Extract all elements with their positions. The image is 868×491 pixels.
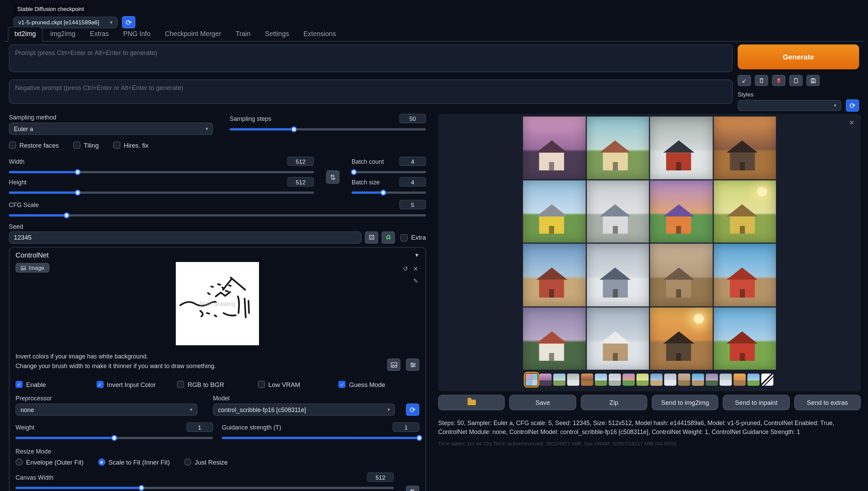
gallery-image-red-row-houses[interactable] [523,244,585,306]
thumbnail-sepia-old-town[interactable] [678,374,690,386]
hires-fix-checkbox[interactable]: Hires. fix [113,141,149,149]
thumbnail-scribble-map[interactable] [761,374,774,386]
thumbnail-yellow-house-meadow[interactable] [595,374,607,386]
send-to-extras-button[interactable]: Send to extras [794,395,861,410]
brush-icon[interactable]: ✎ [413,277,418,284]
thumbnail-village-pink-sky[interactable] [539,374,552,386]
rgb-to-bgr-checkbox[interactable]: RGB to BGR [177,381,258,388]
gallery-image-dark-sunset-house[interactable] [714,116,776,179]
prompt-input[interactable] [9,44,733,72]
tab-settings[interactable]: Settings [258,27,296,42]
gallery-image-cream-cottage-teal-sky[interactable] [587,116,649,179]
random-seed-button[interactable]: ⚄ [365,231,378,244]
model-refresh-button[interactable]: ⟳ [406,403,419,416]
negative-prompt-input[interactable] [9,79,733,104]
cfg-scale-value[interactable] [399,200,426,209]
tab-png-info[interactable]: PNG Info [117,27,157,42]
save-style-button[interactable] [807,75,820,86]
tab-extras[interactable]: Extras [83,27,116,42]
resize-envelope-radio[interactable]: Envelope (Outer Fit) [15,458,83,466]
gallery-image-golden-field-sun[interactable] [714,180,776,243]
gallery-image-gray-sketch-house[interactable] [587,180,649,243]
restore-faces-checkbox[interactable]: Restore faces [9,141,59,149]
guidance-strength-value[interactable] [393,422,420,432]
image-tab-chip[interactable]: Image [15,263,49,272]
apply-style-button[interactable] [789,75,802,86]
thumbnail-grid[interactable] [526,374,538,386]
gallery-image-yellow-house-meadow[interactable] [523,180,585,243]
thumbnail-bright-street[interactable] [692,374,704,386]
invert-input-color-checkbox[interactable]: Invert Input Color [96,381,177,388]
save-button[interactable]: Save [509,395,576,410]
thumbnail-golden-field-sun[interactable] [636,374,649,386]
gallery-close-icon[interactable]: × [849,118,854,126]
guidance-strength-slider[interactable] [222,434,420,441]
batch-count-slider[interactable] [352,168,426,175]
weight-value[interactable] [186,422,213,432]
thumbnail-red-cottage-field[interactable] [747,374,760,386]
zip-button[interactable]: Zip [580,395,647,410]
preprocessor-dropdown[interactable]: none ▾ [15,403,197,416]
checkpoint-dropdown[interactable]: v1-5-pruned.ckpt [e1441589a6] ▾ [13,16,118,28]
height-slider[interactable] [9,189,314,196]
tab-extensions[interactable]: Extensions [297,27,343,42]
tab-train[interactable]: Train [229,27,257,42]
batch-size-slider[interactable] [352,189,426,196]
thumbnail-cream-cottage-teal-sky[interactable] [553,374,566,386]
generate-button[interactable]: Generate [738,44,859,69]
low-vram-checkbox[interactable]: Low VRAM [258,381,338,388]
width-value[interactable] [287,157,314,166]
gallery-image-snowy-street[interactable] [587,244,649,306]
controlnet-accordion-header[interactable]: ControlNet ▼ [15,251,419,260]
gallery-image-purple-orange-house[interactable] [650,180,713,243]
width-slider[interactable] [9,168,314,175]
resize-just-resize-radio[interactable]: Just Resize [184,458,228,466]
guess-mode-checkbox[interactable]: Guess Mode [339,381,419,388]
height-value[interactable] [287,177,314,186]
batch-size-value[interactable] [399,177,426,186]
send-to-img2img-button[interactable]: Send to img2img [652,395,718,410]
swap-dimensions-button[interactable]: ⇅ [326,170,340,184]
thumbnail-red-row-houses[interactable] [650,374,662,386]
thumbnail-purple-orange-house[interactable] [623,374,635,386]
gallery-image-village-pink-sky[interactable] [523,116,585,179]
tiling-checkbox[interactable]: Tiling [73,141,98,149]
clear-prompt-button[interactable] [755,75,768,86]
open-folder-button[interactable] [438,395,505,410]
canvas-width-slider[interactable] [15,484,394,491]
styles-dropdown[interactable]: ▾ [738,100,841,111]
thumbnail-sunset-barn[interactable] [734,374,746,386]
sampling-steps-slider[interactable] [230,125,426,133]
drawing-canvas[interactable]: Start drawing [176,262,259,345]
cfg-scale-slider[interactable] [9,212,426,219]
undo-icon[interactable]: ↺ [403,265,408,273]
model-dropdown[interactable]: control_scribble-fp16 [c508311e] ▾ [213,403,395,416]
send-to-inpaint-button[interactable]: Send to inpaint [723,395,790,410]
weight-slider[interactable] [15,434,213,441]
extra-seed-checkbox[interactable]: Extra [400,234,426,241]
tab-checkpoint-merger[interactable]: Checkpoint Merger [158,27,228,42]
canvas-width-value[interactable] [367,472,394,482]
thumbnail-red-barn-snow[interactable] [567,374,579,386]
gallery-image-snowy-cabin[interactable] [587,307,649,370]
gallery-image-red-barn-snow[interactable] [650,116,713,179]
gallery-image-white-house-purple-sky[interactable] [523,307,585,370]
thumbnail-snowy-street[interactable] [664,374,677,386]
thumbnail-dark-sunset-house[interactable] [581,374,593,386]
gallery-image-sepia-old-town[interactable] [650,244,713,306]
clear-canvas-icon[interactable]: ✕ [413,265,418,273]
new-canvas-button[interactable] [387,358,400,371]
batch-count-value[interactable] [399,157,426,166]
extra-networks-button[interactable] [772,75,785,86]
gallery-image-bright-street[interactable] [714,244,776,306]
thumbnail-snowy-cabin[interactable] [720,374,732,386]
adjust-brush-button[interactable] [406,358,419,371]
resize-scale-to-fit-radio[interactable]: Scale to Fit (Inner Fit) [98,458,169,466]
reuse-seed-button[interactable]: ♻ [382,231,395,244]
swap-canvas-dimensions-button[interactable]: ⇅ [406,486,419,491]
seed-input[interactable] [9,231,362,244]
thumbnail-white-house-purple-sky[interactable] [706,374,718,386]
gallery-image-red-cottage-field[interactable] [714,307,776,370]
tab-img2img[interactable]: img2img [44,27,82,42]
paste-params-button[interactable]: ↙ [738,75,751,86]
